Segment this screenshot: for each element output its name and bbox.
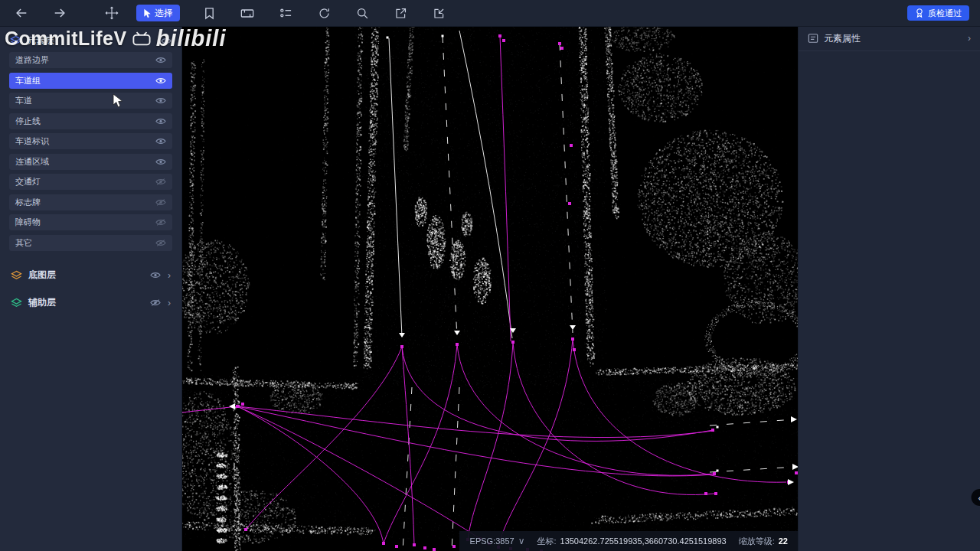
badge-icon (915, 8, 924, 18)
rotate-icon (318, 7, 331, 20)
search-icon (356, 7, 369, 20)
base-layer-icon (11, 270, 22, 281)
layer-item-label: 车道组 (15, 75, 41, 86)
export-button[interactable] (391, 4, 410, 22)
layers-sidebar: 元素层 道路边界车道组车道停止线车道标识连通区域交通灯标志牌障碍物其它 底图层 … (0, 26, 182, 551)
eye-icon[interactable] (155, 137, 166, 145)
point-cloud-canvas[interactable] (181, 26, 799, 551)
pan-tool-button[interactable] (103, 4, 121, 22)
chevron-right-icon[interactable]: › (168, 270, 171, 281)
aux-layer-row[interactable]: 辅助层 › (0, 292, 181, 314)
move-icon (105, 6, 119, 20)
base-map-layer-row[interactable]: 底图层 › (0, 265, 181, 286)
back-arrow-icon (15, 6, 28, 20)
aux-layer-label: 辅助层 (28, 296, 56, 309)
zoom-level-display: 缩放等级: 22 (739, 536, 788, 547)
select-tool-label: 选择 (155, 7, 173, 20)
eye-icon[interactable] (150, 271, 161, 279)
chevron-down-icon: ∨ (518, 536, 525, 546)
epsg-selector[interactable]: EPSG:3857 ∨ (470, 536, 525, 546)
toolbar: 选择 质检通过 (0, 0, 980, 27)
import-icon (433, 7, 446, 20)
layer-item-label: 连通区域 (15, 156, 49, 168)
layer-item-label: 交通灯 (15, 176, 41, 187)
qc-pass-button[interactable]: 质检通过 (907, 5, 969, 21)
eye-icon[interactable] (155, 77, 166, 85)
import-button[interactable] (430, 4, 448, 22)
coord-label: 坐标: (537, 536, 556, 547)
layer-item[interactable]: 交通灯 (9, 174, 172, 190)
eye-off-icon[interactable] (155, 178, 166, 186)
forward-button[interactable] (51, 4, 69, 22)
layer-item[interactable]: 车道 (9, 93, 172, 109)
properties-panel: 元素属性 › (798, 26, 980, 551)
properties-icon (808, 33, 818, 44)
zoom-label: 缩放等级: (739, 536, 775, 547)
coordinates-value: 13504262.725519935,3660730.4251519893 (560, 536, 727, 546)
rotate-view-button[interactable] (315, 4, 333, 22)
layer-item[interactable]: 连通区域 (9, 154, 172, 170)
eye-icon[interactable] (161, 37, 172, 45)
zoom-level-value: 22 (779, 536, 788, 546)
eye-off-icon[interactable] (155, 218, 166, 227)
base-layer-label: 底图层 (28, 269, 56, 282)
layer-item-label: 其它 (15, 237, 32, 249)
status-bar: EPSG:3857 ∨ 坐标: 13504262.725519935,36607… (459, 531, 799, 551)
map-viewport: EPSG:3857 ∨ 坐标: 13504262.725519935,36607… (181, 26, 799, 551)
list-settings-button[interactable] (276, 4, 295, 22)
export-icon (394, 7, 407, 20)
layer-item-label: 车道 (15, 95, 32, 106)
layer-list: 道路边界车道组车道停止线车道标识连通区域交通灯标志牌障碍物其它 (0, 50, 181, 251)
eye-icon[interactable] (155, 117, 166, 126)
select-tool-button[interactable]: 选择 (136, 5, 180, 21)
rectangle-tool-icon (240, 8, 254, 19)
chevron-right-icon[interactable]: › (168, 298, 171, 308)
cursor-icon (143, 8, 152, 18)
rectangle-tool-button[interactable] (238, 4, 256, 22)
element-layer-header[interactable]: 元素层 (0, 31, 181, 50)
eye-off-icon[interactable] (150, 298, 161, 307)
eye-off-icon[interactable] (155, 239, 166, 247)
layers-icon (10, 35, 21, 46)
layer-item[interactable]: 标志牌 (9, 194, 172, 210)
coordinates-display: 坐标: 13504262.725519935,3660730.425151989… (537, 536, 726, 547)
layer-item-label: 停止线 (15, 116, 41, 127)
layer-item[interactable]: 车道组 (9, 73, 172, 89)
layer-item[interactable]: 车道标识 (9, 133, 172, 149)
eye-icon[interactable] (155, 96, 166, 105)
aux-layer-icon (11, 298, 22, 308)
eye-icon[interactable] (155, 158, 166, 166)
eye-off-icon[interactable] (155, 198, 166, 207)
qc-pass-label: 质检通过 (928, 8, 962, 19)
layer-item[interactable]: 其它 (9, 235, 172, 251)
layer-item-label: 道路边界 (15, 54, 49, 66)
properties-panel-title: 元素属性 (824, 32, 861, 45)
layer-item[interactable]: 道路边界 (9, 52, 172, 68)
forward-arrow-icon (53, 6, 67, 20)
layer-item-label: 障碍物 (15, 217, 41, 228)
chevron-right-icon[interactable]: › (968, 33, 971, 44)
eye-icon[interactable] (155, 56, 166, 64)
back-button[interactable] (12, 4, 31, 22)
list-icon (279, 7, 292, 19)
layer-item-label: 标志牌 (15, 197, 41, 208)
epsg-label: EPSG:3857 (470, 536, 514, 546)
element-layer-label: 元素层 (27, 34, 54, 47)
bookmark-icon (204, 7, 215, 20)
search-button[interactable] (353, 4, 371, 22)
layer-item-label: 车道标识 (15, 135, 49, 147)
bookmark-button[interactable] (200, 4, 218, 22)
properties-panel-header[interactable]: 元素属性 › (799, 26, 980, 51)
layer-item[interactable]: 停止线 (9, 113, 172, 129)
layer-item[interactable]: 障碍物 (9, 214, 172, 230)
